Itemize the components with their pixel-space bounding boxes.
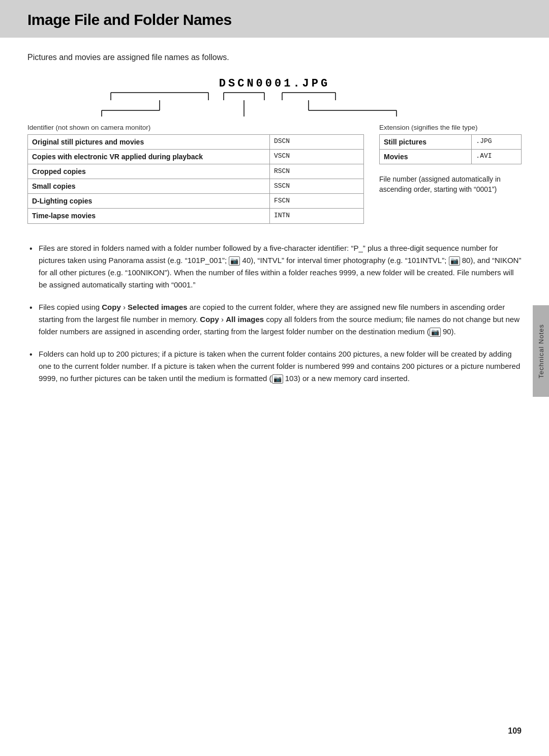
bullet-item-3: Folders can hold up to 200 pictures; if … (27, 348, 522, 385)
table-row: Still pictures.JPG (380, 134, 522, 149)
copy-label-2: Copy (200, 315, 219, 324)
intro-text: Pictures and movies are assigned file na… (27, 53, 522, 62)
identifier-label: Small copies (28, 179, 270, 194)
identifier-code: VSCN (269, 149, 363, 164)
all-images-label: All images (226, 315, 264, 324)
identifier-table: Original still pictures and moviesDSCNCo… (27, 134, 364, 224)
identifier-code: FSCN (269, 194, 363, 209)
left-column: Identifier (not shown on camera monitor)… (27, 123, 364, 224)
table-row: Original still pictures and moviesDSCN (28, 134, 364, 149)
book-icon-4: 📷 (272, 374, 283, 384)
identifier-label: D-Lighting copies (28, 194, 270, 209)
table-row: Cropped copiesRSCN (28, 164, 364, 179)
extension-table: Still pictures.JPGMovies.AVI (379, 134, 522, 164)
extension-label: Still pictures (380, 134, 472, 149)
extension-code: .AVI (472, 149, 522, 164)
content-area: Pictures and movies are assigned file na… (0, 53, 549, 385)
identifier-code: DSCN (269, 134, 363, 149)
page-header: Image File and Folder Names (0, 0, 549, 38)
table-row: Small copiesSSCN (28, 179, 364, 194)
bullet-list: Files are stored in folders named with a… (27, 242, 522, 385)
book-icon-3: 📷 (430, 328, 441, 337)
identifier-label: Original still pictures and movies (28, 134, 270, 149)
book-icon-2: 📷 (449, 256, 460, 266)
identifier-label: Time-lapse movies (28, 209, 270, 223)
file-number-note: File number (assigned automatically in a… (379, 175, 522, 194)
page-number: 109 (508, 726, 522, 736)
table-row: Copies with electronic VR applied during… (28, 149, 364, 164)
table-row: Time-lapse moviesINTN (28, 209, 364, 223)
identifier-label: Copies with electronic VR applied during… (28, 149, 270, 164)
bullet-item-2: Files copied using Copy › Selected image… (27, 301, 522, 338)
table-row: D-Lighting copiesFSCN (28, 194, 364, 209)
identifier-label: Cropped copies (28, 164, 270, 179)
identifier-code: RSCN (269, 164, 363, 179)
identifier-code: INTN (269, 209, 363, 223)
table-row: Movies.AVI (380, 149, 522, 164)
right-column: Extension (signifies the file type) Stil… (379, 123, 522, 194)
filename-display: DSCN0001.JPG (27, 77, 522, 90)
copy-label: Copy (102, 303, 121, 311)
book-icon-1: 📷 (229, 256, 240, 266)
selected-images-label: Selected images (128, 303, 188, 311)
extension-code: .JPG (472, 134, 522, 149)
left-col-header: Identifier (not shown on camera monitor) (27, 123, 364, 132)
extension-label: Movies (380, 149, 472, 164)
side-tab: Technical Notes (533, 305, 549, 397)
page-title: Image File and Folder Names (27, 11, 522, 28)
bullet-item-1: Files are stored in folders named with a… (27, 242, 522, 291)
right-col-header: Extension (signifies the file type) (379, 123, 522, 132)
filename-diagram: DSCN0001.JPG (27, 77, 522, 118)
identifier-code: SSCN (269, 179, 363, 194)
side-tab-label: Technical Notes (537, 324, 545, 379)
tables-row: Identifier (not shown on camera monitor)… (27, 123, 522, 224)
